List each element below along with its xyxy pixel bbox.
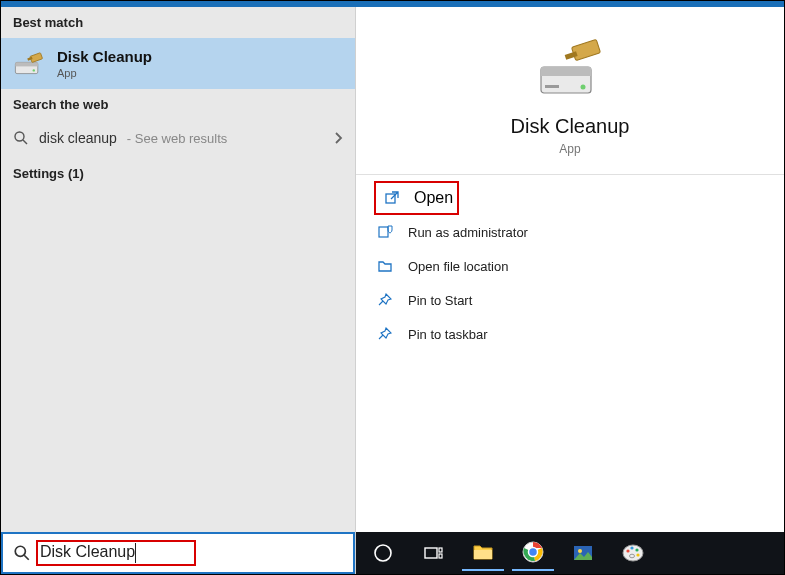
action-label: Pin to Start xyxy=(408,293,472,308)
search-input-text: Disk Cleanup xyxy=(40,543,135,560)
disk-cleanup-icon xyxy=(13,50,45,78)
best-match-subtitle: App xyxy=(57,67,152,79)
best-match-item[interactable]: Disk Cleanup App xyxy=(1,38,355,89)
action-label: Open xyxy=(414,189,453,207)
svg-rect-13 xyxy=(571,39,600,60)
svg-line-8 xyxy=(24,555,29,560)
svg-point-29 xyxy=(630,546,633,549)
svg-point-31 xyxy=(636,553,639,556)
search-bar[interactable]: Disk Cleanup xyxy=(1,532,355,574)
svg-line-6 xyxy=(23,140,27,144)
web-query-text: disk cleanup xyxy=(39,130,117,146)
svg-rect-18 xyxy=(425,548,437,558)
svg-point-7 xyxy=(15,546,25,556)
svg-point-12 xyxy=(581,85,586,90)
action-label: Pin to taskbar xyxy=(408,327,488,342)
svg-point-17 xyxy=(375,545,391,561)
web-hint-text: - See web results xyxy=(127,131,227,146)
svg-rect-19 xyxy=(439,548,442,552)
preview-pane: Disk Cleanup App Open Run as administrat… xyxy=(356,7,784,574)
svg-rect-16 xyxy=(379,227,388,237)
shield-icon xyxy=(376,223,394,241)
action-open-file-location[interactable]: Open file location xyxy=(366,249,774,283)
highlight-box: Disk Cleanup xyxy=(36,540,196,566)
open-icon xyxy=(384,190,400,206)
svg-rect-10 xyxy=(541,67,591,76)
svg-point-30 xyxy=(635,548,638,551)
best-match-title: Disk Cleanup xyxy=(57,48,152,65)
svg-rect-11 xyxy=(545,85,559,88)
svg-point-2 xyxy=(33,69,35,71)
taskbar xyxy=(356,532,784,574)
taskbar-file-explorer[interactable] xyxy=(462,535,504,571)
taskbar-photos[interactable] xyxy=(562,535,604,571)
action-pin-to-taskbar[interactable]: Pin to taskbar xyxy=(366,317,774,351)
svg-point-32 xyxy=(630,554,635,558)
taskbar-paint[interactable] xyxy=(612,535,654,571)
svg-rect-1 xyxy=(15,62,37,66)
pin-icon xyxy=(376,291,394,309)
svg-rect-21 xyxy=(474,550,492,559)
taskbar-chrome[interactable] xyxy=(512,535,554,571)
svg-point-24 xyxy=(529,548,538,557)
action-label: Run as administrator xyxy=(408,225,528,240)
best-match-header: Best match xyxy=(1,7,355,38)
svg-point-5 xyxy=(15,132,24,141)
web-result-row[interactable]: disk cleanup - See web results xyxy=(1,120,355,156)
pin-icon xyxy=(376,325,394,343)
action-pin-to-start[interactable]: Pin to Start xyxy=(366,283,774,317)
action-open[interactable]: Open xyxy=(374,181,459,215)
search-icon xyxy=(13,130,29,146)
search-the-web-header: Search the web xyxy=(1,89,355,120)
search-results-pane: Best match Disk Cleanup App Search xyxy=(1,7,356,574)
svg-point-28 xyxy=(626,549,629,552)
settings-category-row[interactable]: Settings (1) xyxy=(1,156,355,191)
svg-rect-20 xyxy=(439,554,442,558)
actions-list: Open Run as administrator Open file loca… xyxy=(356,181,784,351)
preview-subtitle: App xyxy=(559,142,580,156)
folder-icon xyxy=(376,257,394,275)
taskbar-cortana[interactable] xyxy=(362,535,404,571)
svg-point-26 xyxy=(578,549,582,553)
svg-rect-15 xyxy=(386,194,395,203)
search-icon xyxy=(13,544,31,562)
disk-cleanup-icon xyxy=(535,37,605,101)
action-run-as-admin[interactable]: Run as administrator xyxy=(366,215,774,249)
divider xyxy=(356,174,784,175)
taskbar-task-view[interactable] xyxy=(412,535,454,571)
preview-title: Disk Cleanup xyxy=(511,115,630,138)
chevron-right-icon xyxy=(333,131,343,145)
action-label: Open file location xyxy=(408,259,508,274)
